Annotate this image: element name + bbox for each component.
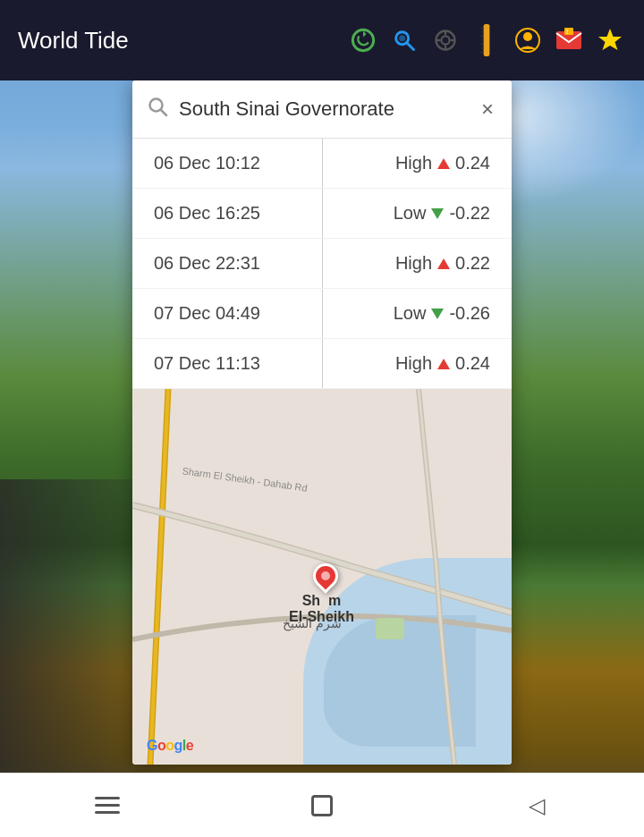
app-header: World Tide	[0, 0, 644, 80]
pin-dot	[319, 570, 332, 582]
table-row: 06 Dec 16:25 Low -0.22	[132, 189, 512, 239]
square-icon	[311, 795, 333, 816]
arrow-down-icon-4	[431, 309, 444, 319]
table-row: 06 Dec 10:12 High 0.24	[132, 139, 512, 189]
nav-home-button[interactable]	[295, 783, 349, 828]
star-icon[interactable]	[594, 24, 626, 56]
arrow-up-icon-5	[437, 359, 450, 369]
table-row: 06 Dec 22:31 High 0.22	[132, 239, 512, 289]
tide-value-4: Low -0.26	[322, 303, 490, 324]
tide-datetime-5: 07 Dec 11:13	[154, 353, 322, 374]
tide-number-4: -0.26	[449, 303, 490, 324]
ruler-icon[interactable]	[470, 24, 503, 56]
profile-icon[interactable]	[512, 24, 544, 56]
tide-type-2: Low	[394, 203, 427, 224]
search-text[interactable]: South Sinai Governorate	[179, 97, 478, 121]
tide-value-3: High 0.22	[322, 253, 490, 274]
tide-type-1: High	[395, 153, 432, 173]
arrow-up-icon-1	[437, 158, 450, 169]
search-icon	[147, 96, 168, 123]
svg-line-27	[150, 389, 168, 765]
tide-datetime-2: 06 Dec 16:25	[154, 203, 322, 224]
svg-point-19	[523, 32, 532, 41]
map-area[interactable]: Sharm El Sheikh - Dahab Rd Sh mEl-Sheikh…	[132, 389, 512, 765]
app-title: World Tide	[18, 27, 347, 55]
nav-back-button[interactable]: ◁	[510, 783, 564, 828]
nav-bar: ◁	[0, 773, 644, 837]
close-button[interactable]: ×	[478, 93, 497, 125]
mail-icon[interactable]: !	[553, 24, 585, 56]
search-bar: South Sinai Governorate ×	[132, 80, 512, 139]
tide-type-3: High	[395, 253, 432, 274]
tide-number-5: 0.24	[455, 353, 490, 374]
map-background: Sharm El Sheikh - Dahab Rd Sh mEl-Sheikh…	[132, 389, 512, 765]
tide-datetime-4: 07 Dec 04:49	[154, 303, 322, 324]
location-search-icon[interactable]	[388, 24, 420, 56]
refresh-icon[interactable]	[347, 24, 379, 56]
tide-type-5: High	[395, 353, 432, 374]
svg-line-25	[161, 110, 166, 115]
map-location-label-ar: شرم الشيخ	[283, 616, 342, 630]
target-icon[interactable]	[429, 24, 462, 56]
tide-value-2: Low -0.22	[322, 203, 490, 224]
svg-point-3	[399, 35, 405, 41]
back-icon: ◁	[529, 793, 545, 818]
table-row: 07 Dec 11:13 High 0.24	[132, 339, 512, 389]
tide-value-5: High 0.24	[322, 353, 490, 374]
tide-type-4: Low	[394, 303, 427, 324]
tide-number-2: -0.22	[449, 203, 490, 224]
svg-marker-23	[598, 29, 622, 50]
svg-line-2	[408, 44, 414, 50]
svg-rect-10	[484, 24, 490, 56]
table-row: 07 Dec 04:49 Low -0.26	[132, 289, 512, 339]
arrow-down-icon-2	[431, 208, 444, 219]
arrow-up-icon-3	[437, 258, 450, 269]
tide-datetime-3: 06 Dec 22:31	[154, 253, 322, 274]
svg-text:!: !	[566, 29, 568, 35]
tide-datetime-1: 06 Dec 10:12	[154, 153, 322, 173]
pin-head	[308, 558, 343, 594]
header-icons: !	[347, 24, 626, 56]
hamburger-icon	[95, 797, 120, 814]
phone-panel: South Sinai Governorate × 06 Dec 10:12 H…	[132, 80, 512, 765]
map-green-patch	[376, 618, 404, 639]
tide-number-3: 0.22	[455, 253, 490, 274]
svg-point-5	[441, 36, 449, 44]
nav-menu-button[interactable]	[80, 783, 134, 828]
tide-number-1: 0.24	[455, 153, 490, 173]
google-logo: Google	[147, 738, 193, 754]
tide-value-1: High 0.24	[322, 153, 490, 173]
tide-table: 06 Dec 10:12 High 0.24 06 Dec 16:25 Low …	[132, 139, 512, 389]
